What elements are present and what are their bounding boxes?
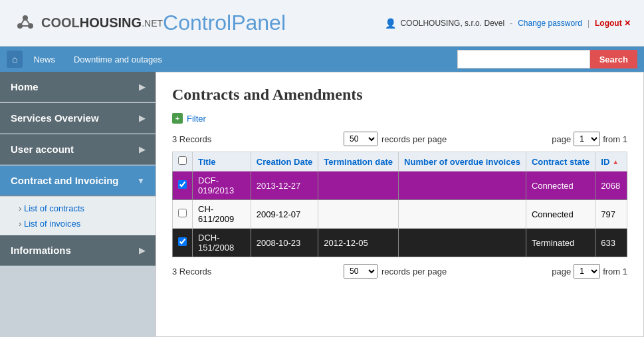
sidebar-sub-menu: List of contracts List of invoices <box>0 197 156 235</box>
row1-title: DCF-019/2013 <box>193 171 251 200</box>
home-nav-button[interactable]: ⌂ <box>7 51 23 68</box>
records-count-top: 3 Records <box>172 134 239 144</box>
search-button[interactable]: Search <box>590 50 637 68</box>
row2-state: Connected <box>526 200 595 229</box>
sort-up-icon: ▲ <box>612 158 619 166</box>
th-id: ID ▲ <box>595 152 627 171</box>
row3-checkbox[interactable] <box>178 237 187 246</box>
page-select-top[interactable]: 1 <box>574 132 600 146</box>
row2-checkbox-cell <box>173 200 193 229</box>
page-label-bottom: page <box>552 267 571 277</box>
main-content: Contracts and Amendments + Filter 3 Reco… <box>156 72 644 337</box>
logo-area: COOLHOUSING.NET <box>13 11 163 35</box>
svg-line-4 <box>25 18 31 26</box>
row3-id: 633 <box>595 229 627 257</box>
change-password-link[interactable]: Change password <box>518 19 582 28</box>
nav-downtime[interactable]: Downtime and outages <box>66 49 170 70</box>
per-page-select-bottom[interactable]: 10 25 50 100 <box>344 264 377 279</box>
filter-link[interactable]: Filter <box>187 114 206 124</box>
svg-line-3 <box>20 18 25 26</box>
table-row: CH-611/2009 2009-12-07 Connected 797 <box>173 200 627 229</box>
search-input[interactable] <box>457 50 590 68</box>
separator: - <box>510 19 512 28</box>
nav-news[interactable]: News <box>25 49 63 70</box>
navbar: ⌂ News Downtime and outages Search <box>0 47 644 72</box>
row1-checkbox[interactable] <box>178 180 187 189</box>
sidebar-item-services-label: Services Overview <box>11 112 99 124</box>
from-label-top: from 1 <box>603 134 627 144</box>
header: COOLHOUSING.NET ControlPanel 👤 COOLHOUSI… <box>0 0 644 47</box>
row3-title: DCH-151/2008 <box>193 229 251 257</box>
separator2: | <box>588 19 590 28</box>
services-arrow-icon: ▶ <box>139 114 145 123</box>
row1-creation-date: 2013-12-27 <box>251 171 318 200</box>
th-title: Title <box>193 152 251 171</box>
row2-checkbox[interactable] <box>178 209 187 217</box>
page-select-bottom[interactable]: 1 <box>574 264 600 279</box>
row3-creation-date: 2008-10-23 <box>251 229 318 257</box>
row3-checkbox-cell <box>173 229 193 257</box>
search-area: Search <box>457 50 637 68</box>
sidebar-item-home-label: Home <box>11 81 39 92</box>
user-icon: 👤 <box>385 18 396 29</box>
th-termination-link[interactable]: Termination date <box>324 157 393 167</box>
th-state-link[interactable]: Contract state <box>532 157 590 167</box>
th-termination-date: Termination date <box>318 152 399 171</box>
sidebar-item-contract-label: Contract and Invoicing <box>11 175 119 186</box>
row1-checkbox-cell <box>173 171 193 200</box>
user-arrow-icon: ▶ <box>139 145 145 154</box>
page-area-top: page 1 from 1 <box>552 132 627 146</box>
row1-state: Connected <box>526 171 595 200</box>
row2-title: CH-611/2009 <box>193 200 251 229</box>
select-all-checkbox[interactable] <box>178 156 187 165</box>
from-label-bottom: from 1 <box>603 267 627 277</box>
th-creation-date: Creation Date <box>251 152 318 171</box>
row3-state: Terminated <box>526 229 595 257</box>
sidebar-item-user-account[interactable]: User account ▶ <box>0 134 156 165</box>
sidebar-item-informations[interactable]: Informations ▶ <box>0 235 156 266</box>
records-per-page-label-bottom: records per page <box>381 267 447 277</box>
sidebar-item-services[interactable]: Services Overview ▶ <box>0 103 156 134</box>
layout: Home ▶ Services Overview ▶ User account … <box>0 72 644 337</box>
contracts-table: Title Creation Date Termination date Num… <box>172 152 627 257</box>
page-area-bottom: page 1 from 1 <box>552 264 627 279</box>
filter-plus-icon: + <box>172 113 183 124</box>
row3-overdue <box>399 229 526 257</box>
logo-cool: COOL <box>41 15 80 31</box>
th-id-link[interactable]: ID <box>601 157 609 167</box>
logo-net: .NET <box>142 18 163 29</box>
records-bar-bottom: 3 Records 10 25 50 100 records per page … <box>172 264 627 279</box>
row2-creation-date: 2009-12-07 <box>251 200 318 229</box>
row2-id: 797 <box>595 200 627 229</box>
logo-icon <box>13 11 37 35</box>
table-row: DCH-151/2008 2008-10-23 2012-12-05 Termi… <box>173 229 627 257</box>
row2-overdue <box>399 200 526 229</box>
th-title-link[interactable]: Title <box>198 157 216 167</box>
user-info: COOLHOUSING, s.r.o. Devel <box>400 19 504 28</box>
sidebar-item-informations-label: Informations <box>11 245 71 256</box>
per-page-area-bottom: 10 25 50 100 records per page <box>239 264 552 279</box>
sidebar-item-contract[interactable]: Contract and Invoicing ▼ <box>0 166 156 196</box>
sidebar: Home ▶ Services Overview ▶ User account … <box>0 72 156 337</box>
sidebar-item-home[interactable]: Home ▶ <box>0 72 156 102</box>
per-page-select-top[interactable]: 10 25 50 100 <box>344 132 377 146</box>
row3-termination-date: 2012-12-05 <box>318 229 399 257</box>
th-contract-state: Contract state <box>526 152 595 171</box>
sidebar-item-user-label: User account <box>11 144 74 155</box>
records-count-bottom: 3 Records <box>172 267 239 277</box>
row1-termination-date <box>318 171 399 200</box>
sidebar-list-contracts[interactable]: List of contracts <box>0 201 156 216</box>
records-per-page-label-top: records per page <box>381 134 447 144</box>
filter-row: + Filter <box>172 113 627 124</box>
home-arrow-icon: ▶ <box>139 82 145 92</box>
sidebar-list-invoices[interactable]: List of invoices <box>0 216 156 231</box>
records-bar-top: 3 Records 10 25 50 100 records per page … <box>172 132 627 146</box>
logout-link[interactable]: Logout ✕ <box>595 19 631 28</box>
page-title: Contracts and Amendments <box>172 86 627 104</box>
contract-arrow-icon: ▼ <box>137 176 145 185</box>
th-creation-link[interactable]: Creation Date <box>257 157 313 167</box>
row1-id: 2068 <box>595 171 627 200</box>
control-panel-title: ControlPanel <box>163 11 385 35</box>
th-overdue-link[interactable]: Number of overdue invoices <box>404 157 520 167</box>
informations-arrow-icon: ▶ <box>139 246 145 255</box>
